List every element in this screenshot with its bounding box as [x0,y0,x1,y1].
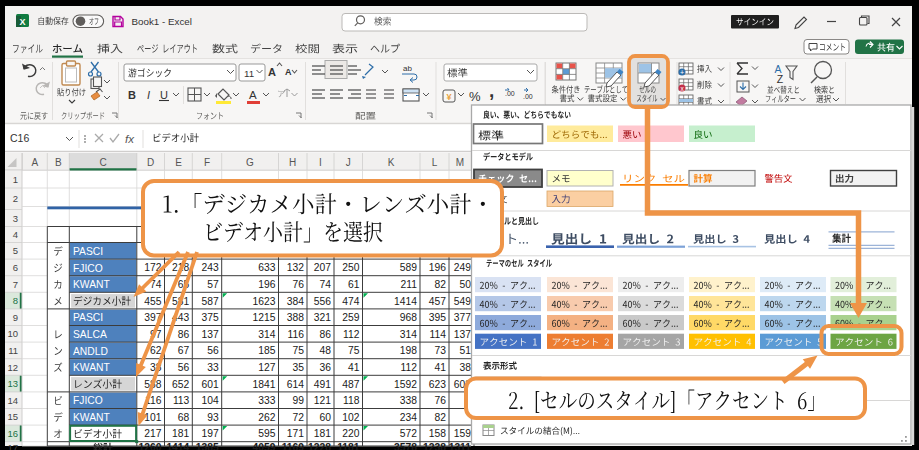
svg-text:375: 375 [202,312,219,323]
svg-text:17: 17 [7,442,18,450]
svg-text:B: B [55,157,62,168]
svg-text:I: I [319,157,322,168]
svg-text:118: 118 [343,395,360,406]
svg-text:234: 234 [400,412,417,423]
svg-text:1841: 1841 [253,379,276,390]
svg-text:1: 1 [13,174,18,185]
svg-text:F: F [204,157,210,168]
svg-text:.00: .00 [523,93,533,100]
svg-text:102: 102 [342,412,359,423]
svg-text:457: 457 [429,296,446,307]
svg-text:ab: ab [403,64,412,73]
svg-text:211: 211 [401,279,418,290]
svg-text:41: 41 [435,362,447,373]
svg-text:1238: 1238 [423,442,446,450]
svg-text:633: 633 [258,262,275,273]
svg-text:556: 556 [314,296,331,307]
svg-text:9: 9 [13,312,18,323]
svg-text:10: 10 [7,328,18,339]
svg-text:68: 68 [178,412,190,423]
svg-text:51: 51 [460,345,472,356]
svg-text:259: 259 [342,312,359,323]
svg-text:I: I [147,89,150,101]
svg-text:6: 6 [13,262,18,273]
svg-text:C: C [99,157,106,168]
svg-text:1414: 1414 [166,442,189,450]
svg-text:72: 72 [293,412,305,423]
svg-text:333: 333 [258,395,275,406]
svg-text:K: K [388,157,395,168]
svg-text:X: X [19,17,25,27]
svg-text:13: 13 [7,378,18,389]
svg-text:249: 249 [454,262,471,273]
svg-text:159: 159 [454,428,471,439]
svg-text:601: 601 [202,379,219,390]
svg-text:595: 595 [258,428,275,439]
svg-text:614: 614 [287,379,304,390]
svg-text:A: A [268,66,276,78]
svg-text:56: 56 [178,362,190,373]
svg-text:38: 38 [460,362,472,373]
svg-text:181: 181 [314,428,331,439]
svg-text:181: 181 [172,428,189,439]
svg-text:4059: 4059 [253,442,276,450]
svg-text:Book1 - Excel: Book1 - Excel [132,16,192,27]
svg-text:220: 220 [342,428,359,439]
svg-text:1311: 1311 [449,442,472,450]
svg-text:198: 198 [400,345,417,356]
svg-text:197: 197 [202,428,219,439]
svg-text:G: G [246,157,254,168]
svg-text:73: 73 [435,345,447,356]
svg-text:L: L [432,157,438,168]
svg-text:48: 48 [320,345,332,356]
svg-text:Z: Z [777,73,784,85]
svg-text:50: 50 [460,279,472,290]
svg-text:76: 76 [293,279,305,290]
svg-text:1228: 1228 [308,442,331,450]
svg-text:321: 321 [314,312,331,323]
svg-text:A: A [249,89,257,101]
svg-text:PASCI: PASCI [73,246,103,257]
svg-text:589: 589 [400,262,417,273]
svg-text:33: 33 [207,362,219,373]
svg-text:M: M [456,157,464,168]
svg-text:572: 572 [400,428,417,439]
svg-text:76: 76 [435,395,447,406]
svg-text:62: 62 [150,345,162,356]
svg-text:104: 104 [202,395,219,406]
svg-text:314: 314 [400,329,417,340]
svg-text:FJICO: FJICO [73,395,103,406]
svg-text:112: 112 [401,362,418,373]
svg-text:82: 82 [435,279,447,290]
svg-text:112: 112 [343,329,360,340]
svg-text:623: 623 [429,379,446,390]
svg-text:250: 250 [342,262,359,273]
svg-text:57: 57 [207,279,219,290]
svg-text:75: 75 [348,345,360,356]
svg-text:.00: .00 [505,90,515,97]
svg-text:A: A [31,157,38,168]
svg-text:15: 15 [7,411,18,422]
svg-text:113: 113 [173,395,190,406]
svg-text:ANDLD: ANDLD [73,346,108,357]
svg-text:61: 61 [348,279,360,290]
svg-text:41: 41 [348,362,360,373]
svg-text:11: 11 [244,68,254,79]
svg-text:171: 171 [287,428,304,439]
svg-text:652: 652 [172,379,189,390]
svg-text:1414: 1414 [394,296,417,307]
svg-text:16: 16 [7,428,18,439]
svg-text:A: A [285,67,292,77]
svg-text:114: 114 [430,329,447,340]
svg-text:12: 12 [7,362,18,373]
svg-text:C16: C16 [10,132,29,144]
svg-text:5: 5 [13,245,18,256]
svg-text:SALCA: SALCA [73,329,107,340]
svg-text:7: 7 [13,279,18,290]
svg-text:137: 137 [454,329,471,340]
svg-text:E: E [175,157,182,168]
svg-text:121: 121 [314,395,331,406]
svg-text:H: H [289,157,296,168]
svg-text:4: 4 [13,229,18,240]
svg-text:388: 388 [287,312,304,323]
